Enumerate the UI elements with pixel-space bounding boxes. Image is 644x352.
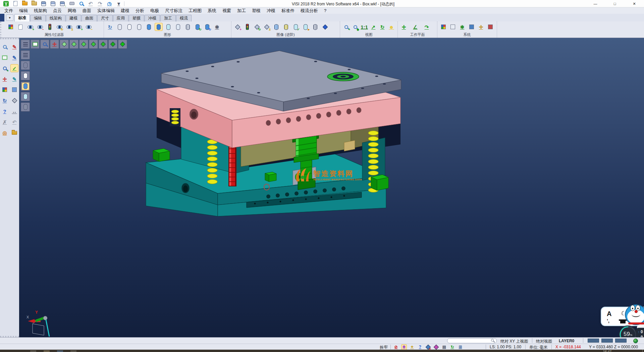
memory-gauge[interactable]: 59% xyxy=(619,325,637,337)
color-table-icon[interactable] xyxy=(439,23,447,31)
cylinder-shaded-icon[interactable] xyxy=(145,23,153,31)
menu-help[interactable]: ? xyxy=(321,8,329,13)
menu-electrode[interactable]: 电极 xyxy=(147,8,162,14)
selection-grid-icon[interactable]: ✛ xyxy=(477,23,485,31)
entity-info-icon[interactable] xyxy=(1,43,9,51)
view-shaded-icon[interactable] xyxy=(118,40,127,49)
zoom-1to1-icon[interactable]: 1:1 xyxy=(360,23,368,31)
change-attributes-icon[interactable] xyxy=(7,23,15,31)
filter-add-icon[interactable]: + xyxy=(26,23,34,31)
solid-refresh-icon[interactable]: ↻ xyxy=(253,23,261,31)
tab-dimension[interactable]: 尺寸 xyxy=(97,15,113,21)
cylinder-update-icon[interactable]: ↻ xyxy=(203,23,211,31)
print-preview-icon[interactable] xyxy=(77,0,85,8)
cylinder-regenerate-icon[interactable]: ↻ xyxy=(194,23,202,31)
section-yellow-icon[interactable] xyxy=(282,23,290,31)
menu-modeling[interactable]: 建模 xyxy=(118,8,132,14)
system-settings-icon[interactable]: ✱ xyxy=(458,23,466,31)
view-back-icon[interactable] xyxy=(79,40,88,49)
undo-gray-icon[interactable]: ↶ xyxy=(10,118,18,126)
copy-solid-icon[interactable]: ▸ xyxy=(302,23,310,31)
shield-cube-icon[interactable] xyxy=(321,23,329,31)
pan-dynamic-icon[interactable]: ↗ xyxy=(369,23,377,31)
layer-name-label[interactable]: LAYER0 xyxy=(559,339,574,343)
menu-die[interactable]: 冲模 xyxy=(264,8,278,14)
view-left-icon[interactable] xyxy=(89,40,98,49)
tab-machining[interactable]: 加工 xyxy=(160,15,176,21)
menu-surface[interactable]: 曲面 xyxy=(79,8,94,14)
cylinder-wireframe-icon[interactable] xyxy=(116,23,124,31)
quick-help-icon[interactable]: ? xyxy=(417,344,423,350)
add-solid-icon[interactable]: + xyxy=(233,23,241,31)
view-orientation-icon[interactable]: ☻ xyxy=(387,23,395,31)
taskbar-app-icon[interactable] xyxy=(30,350,36,352)
render-shaded-icon[interactable] xyxy=(21,82,30,91)
menu-mold[interactable]: 塑模 xyxy=(249,8,264,14)
show-desktop-edge[interactable] xyxy=(642,350,643,352)
view-menu-icon[interactable] xyxy=(21,40,30,49)
mesh-solid-icon[interactable] xyxy=(311,23,319,31)
help-icon[interactable]: ? xyxy=(1,107,9,115)
menu-window[interactable]: 视窗 xyxy=(219,8,234,14)
open-file-icon[interactable] xyxy=(21,0,29,8)
view-front-icon[interactable] xyxy=(69,40,78,49)
zoom-previous-icon[interactable] xyxy=(40,40,49,49)
copy-attributes-icon[interactable] xyxy=(16,23,24,31)
menu-dimension[interactable]: 尺寸标注 xyxy=(162,8,185,14)
hide-entities-icon[interactable]: − xyxy=(85,23,93,31)
history-icon[interactable]: ◷ xyxy=(105,0,113,8)
workplane-triad-icon[interactable]: ✛ xyxy=(400,23,408,31)
delete-trash-icon[interactable]: ✗ xyxy=(1,118,9,126)
layer-swatch-3[interactable] xyxy=(615,339,627,343)
filter-refresh-icon[interactable]: ↻ xyxy=(55,23,63,31)
menu-pointcloud[interactable]: 点云 xyxy=(50,8,65,14)
tab-dropdown-caret[interactable]: ▾ xyxy=(6,14,13,21)
ime-overlay-widget[interactable]: A ☾ ’, xyxy=(600,304,644,337)
display-settings-icon[interactable]: ✱ xyxy=(213,23,221,31)
search-icon[interactable] xyxy=(491,339,494,342)
render-transparent-icon[interactable] xyxy=(21,92,30,101)
menu-file[interactable]: 文件 xyxy=(1,8,16,14)
snap-disable-icon[interactable]: ⊘ xyxy=(393,344,399,350)
cylinder-mesh-icon[interactable] xyxy=(184,23,192,31)
redraw-icon[interactable]: ↻ xyxy=(106,23,114,31)
search-input[interactable] xyxy=(447,338,497,343)
redo-icon[interactable]: ↷ xyxy=(96,0,104,8)
solid-traffic-light-icon[interactable] xyxy=(243,23,251,31)
render-hidden-icon[interactable] xyxy=(21,71,30,80)
save-as-icon[interactable] xyxy=(49,0,57,8)
import-file-icon[interactable] xyxy=(30,0,38,8)
undo-icon[interactable]: ↶ xyxy=(87,0,95,8)
layer-swatch-2[interactable] xyxy=(601,339,613,343)
print-icon[interactable] xyxy=(68,0,76,8)
auto-rotate-icon[interactable]: ↻ xyxy=(449,344,455,350)
sketch-icon[interactable]: ✎ xyxy=(10,53,18,61)
cylinder-dashed-icon[interactable] xyxy=(135,23,143,31)
view-iso-icon[interactable] xyxy=(60,40,69,49)
menu-edit[interactable]: 编辑 xyxy=(16,8,31,14)
erase-entity-icon[interactable]: ✎ xyxy=(10,43,18,51)
export-icon[interactable]: ↑ xyxy=(58,0,66,8)
taskbar-app-icon[interactable] xyxy=(57,350,63,352)
show-entities-icon[interactable]: + xyxy=(75,23,83,31)
viewports-icon[interactable]: ⊞ xyxy=(458,344,463,350)
tab-surface[interactable]: 曲面 xyxy=(82,15,97,21)
tab-die[interactable]: 冲模 xyxy=(145,15,160,21)
render-wireframe-icon[interactable] xyxy=(21,61,30,70)
close-button[interactable]: ✕ xyxy=(625,0,644,7)
cylinder-hidden-line-icon[interactable] xyxy=(125,23,133,31)
view-top-icon[interactable] xyxy=(108,40,117,49)
solid-cube-icon[interactable] xyxy=(10,96,18,104)
curve-edit-icon[interactable]: ✎ xyxy=(10,75,18,83)
new-file-icon[interactable] xyxy=(11,0,19,8)
view-plane-icon[interactable] xyxy=(31,40,40,49)
tab-mold[interactable]: 塑膜 xyxy=(129,15,144,21)
tab-edit[interactable]: 编辑 xyxy=(30,15,46,21)
qa-options-icon[interactable]: ▾ xyxy=(115,0,123,8)
taskbar-app-icon[interactable] xyxy=(70,350,76,352)
ime-punct-icon[interactable]: ’, xyxy=(607,318,609,323)
rotate-view-icon[interactable]: ↻ xyxy=(378,23,386,31)
window-layout-icon[interactable] xyxy=(10,86,18,94)
maximize-button[interactable]: □ xyxy=(605,0,625,7)
visi-logo-icon[interactable]: V xyxy=(2,0,10,8)
